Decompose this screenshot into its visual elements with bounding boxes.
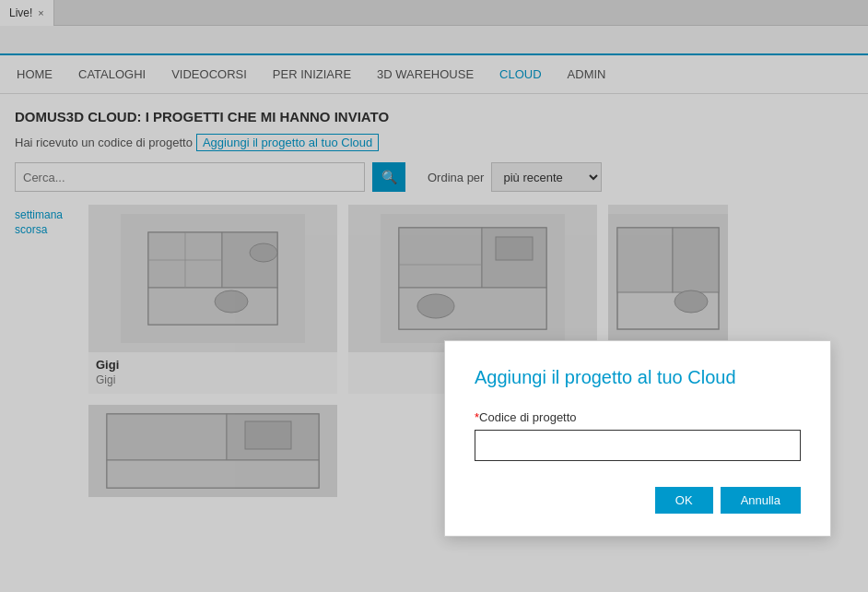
ok-button[interactable]: OK	[655, 487, 713, 514]
project-code-input[interactable]	[475, 430, 801, 461]
modal-overlay: Aggiungi il progetto al tuo Cloud *Codic…	[0, 0, 868, 592]
cancel-button[interactable]: Annulla	[721, 487, 801, 514]
add-project-modal: Aggiungi il progetto al tuo Cloud *Codic…	[444, 340, 831, 537]
modal-field-label: *Codice di progetto	[475, 410, 801, 424]
modal-buttons: OK Annulla	[475, 487, 801, 514]
modal-title: Aggiungi il progetto al tuo Cloud	[475, 367, 801, 388]
field-label-text: Codice di progetto	[479, 410, 577, 424]
